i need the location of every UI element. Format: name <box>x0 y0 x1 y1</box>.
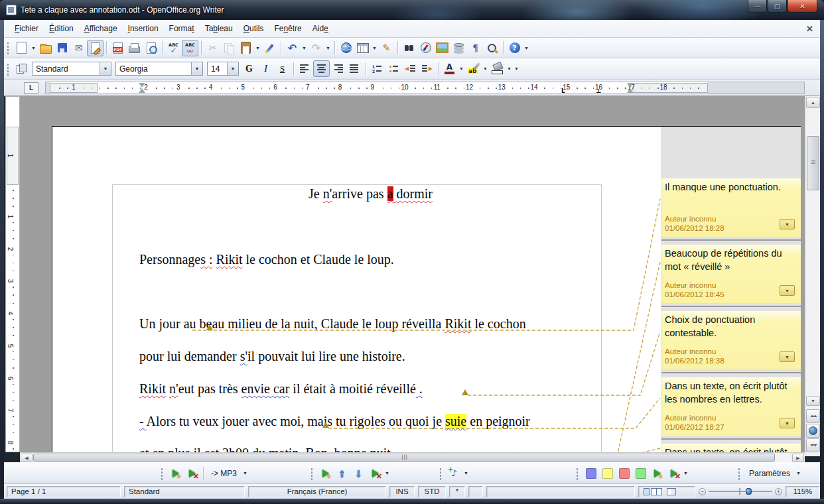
color-green-button[interactable] <box>632 465 649 481</box>
vertical-ruler[interactable]: 112345678 <box>5 96 20 452</box>
font-size-combobox[interactable]: 14▼ <box>207 62 239 76</box>
menu-fichier[interactable]: Fichier <box>9 21 44 36</box>
scroll-down-button[interactable]: ▼ <box>806 396 820 406</box>
chevron-down-icon[interactable]: ▼ <box>30 40 37 56</box>
highlighting-button[interactable] <box>465 60 482 77</box>
view-layout-switcher[interactable] <box>638 486 695 497</box>
annotation-anchor[interactable] <box>322 422 329 428</box>
font-color-button[interactable] <box>441 60 458 77</box>
speak-play-button[interactable] <box>167 465 184 481</box>
menu-aide[interactable]: Aide <box>307 21 334 36</box>
auto-spellcheck-button[interactable] <box>182 40 198 56</box>
italic-button[interactable]: I <box>257 60 274 77</box>
comment-menu-button[interactable]: ▼ <box>780 351 795 362</box>
chevron-down-icon[interactable]: ▼ <box>458 60 465 77</box>
close-document-icon[interactable]: ✕ <box>806 24 813 34</box>
gallery-button[interactable] <box>434 40 450 56</box>
page-style[interactable]: Standard <box>124 486 245 497</box>
language[interactable]: Français (France) <box>248 486 386 497</box>
comment-menu-button[interactable]: ▼ <box>780 285 795 296</box>
horizontal-scrollbar[interactable]: ◀ ▶ <box>20 452 805 462</box>
insert-table-button[interactable] <box>354 40 371 56</box>
annotation-anchor[interactable] <box>462 389 468 395</box>
selection-mode[interactable]: STD <box>418 486 446 497</box>
menu-insertion[interactable]: Insertion <box>123 21 164 36</box>
styles-panel-button[interactable] <box>13 60 30 77</box>
increase-indent-button[interactable] <box>419 60 435 77</box>
format-paintbrush-button[interactable] <box>261 40 278 56</box>
chevron-down-icon[interactable]: ▼ <box>227 62 238 75</box>
zoom-in-icon[interactable]: + <box>775 488 782 495</box>
chevron-down-icon[interactable]: ▼ <box>301 40 308 56</box>
save-button[interactable] <box>54 40 70 56</box>
chevron-down-icon[interactable]: ▼ <box>254 40 261 56</box>
annotation-anchor[interactable] <box>206 324 213 330</box>
mark-play-button[interactable] <box>649 465 665 481</box>
page-indicator[interactable]: Page 1 / 1 <box>7 486 121 497</box>
maximize-button[interactable]: ▢ <box>768 0 787 13</box>
group-overflow-icon[interactable]: ▼ <box>462 465 470 481</box>
hyperlink-button[interactable] <box>338 40 354 56</box>
multi-page-view-icon[interactable] <box>656 488 662 495</box>
zoom-slider[interactable]: − + <box>699 488 782 495</box>
close-button[interactable]: ✕ <box>788 0 817 13</box>
scroll-up-button[interactable]: ▲ <box>806 97 820 108</box>
export-mp3-button[interactable]: -> MP3 <box>206 467 241 480</box>
book-view-icon[interactable] <box>667 488 676 495</box>
bold-button[interactable]: G <box>241 60 257 77</box>
menu-tableau[interactable]: Tableau <box>200 21 238 36</box>
color-yellow-button[interactable] <box>599 465 616 481</box>
tab-type-selector[interactable]: L <box>24 82 38 94</box>
previous-page-button[interactable]: ⏶⏶ <box>806 409 820 423</box>
paragraph-style-combobox[interactable]: Standard▼ <box>32 62 111 76</box>
single-page-view-icon[interactable] <box>644 488 650 495</box>
mark-stop-button[interactable] <box>665 465 682 481</box>
open-button[interactable] <box>37 40 54 56</box>
chevron-down-icon[interactable]: ▼ <box>482 60 489 77</box>
section-info[interactable] <box>486 486 635 497</box>
align-left-button[interactable] <box>297 60 313 77</box>
paste-button[interactable] <box>238 40 254 56</box>
underline-button[interactable]: S <box>274 60 291 77</box>
read-previous-button[interactable]: ⬆ <box>334 465 350 481</box>
align-center-button[interactable] <box>313 60 330 77</box>
navigator-button[interactable] <box>417 40 434 56</box>
group-overflow-icon[interactable]: ▼ <box>682 465 689 481</box>
menu-outils[interactable]: Outils <box>238 21 269 36</box>
vertical-scrollbar-thumb[interactable] <box>807 136 819 190</box>
background-color-button[interactable] <box>489 60 506 77</box>
comment-menu-button[interactable]: ▼ <box>780 418 795 428</box>
zoom-percentage[interactable]: 115% <box>786 486 820 497</box>
export-pdf-button[interactable] <box>109 40 126 56</box>
page-preview-button[interactable] <box>143 40 159 56</box>
justify-button[interactable] <box>346 60 363 77</box>
draw-functions-button[interactable]: ✎ <box>378 40 395 56</box>
menu-format[interactable]: Format <box>164 21 200 36</box>
help-button[interactable] <box>506 40 523 56</box>
group-overflow-icon[interactable]: ▼ <box>795 465 802 481</box>
zoom-knob[interactable] <box>746 488 752 495</box>
read-play-button[interactable] <box>317 465 334 481</box>
zoom-track[interactable] <box>709 491 772 492</box>
speak-stop-button[interactable] <box>184 465 200 481</box>
horizontal-scrollbar-thumb[interactable] <box>33 454 775 462</box>
scroll-left-button[interactable]: ◀ <box>21 454 33 462</box>
toolbar-overflow-icon[interactable]: ▼ <box>513 60 520 77</box>
horizontal-ruler[interactable]: 123456789101112131415161718L⊥ <box>45 82 805 94</box>
color-blue-button[interactable] <box>583 465 599 481</box>
undo-button[interactable]: ↶ <box>284 40 301 56</box>
toolbar-grip[interactable] <box>575 467 581 480</box>
menu-affichage[interactable]: Affichage <box>79 21 123 36</box>
signature[interactable] <box>468 486 483 497</box>
menu-edition[interactable]: Édition <box>44 21 79 36</box>
add-audio-button[interactable] <box>446 465 462 481</box>
numbered-list-button[interactable] <box>369 60 385 77</box>
title-bar[interactable]: Tete a claque avec annotation.odt - Open… <box>0 0 824 20</box>
toolbar-grip[interactable] <box>310 467 315 480</box>
print-button[interactable] <box>126 40 143 56</box>
decrease-indent-button[interactable] <box>402 60 419 77</box>
group-overflow-icon[interactable]: ▼ <box>241 465 249 481</box>
toolbar-grip[interactable] <box>6 62 11 76</box>
comment-note[interactable]: Dans un texte, on écrit plutôt les nombr… <box>661 377 801 436</box>
comment-note[interactable]: Il manque une ponctuation.Auteur inconnu… <box>661 178 801 237</box>
